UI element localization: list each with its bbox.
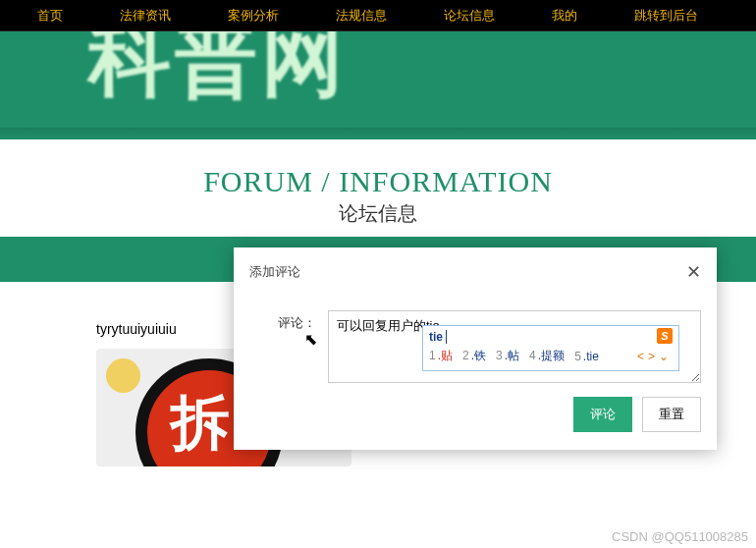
modal-title: 添加评论 [249,263,300,281]
top-nav: 首页 法律资讯 案例分析 法规信息 论坛信息 我的 跳转到后台 [0,0,756,31]
watermark: CSDN @QQ511008285 [612,529,748,544]
ime-nav-icons[interactable]: <>⌄ [637,350,673,363]
section-title-en: FORUM / INFORMATION [0,165,756,198]
ime-panel: S tie 1.贴 2.铁 3.帖 4.提额 5.tie <>⌄ [422,325,679,371]
nav-regulation[interactable]: 法规信息 [316,1,406,30]
ime-candidates[interactable]: 1.贴 2.铁 3.帖 4.提额 5.tie <>⌄ [423,346,678,370]
submit-button[interactable]: 评论 [573,397,632,432]
sogou-logo-icon: S [657,328,673,344]
nav-admin[interactable]: 跳转到后台 [615,1,718,30]
cursor-icon: ⬉ [304,330,317,349]
reset-button[interactable]: 重置 [642,397,701,432]
section-title-cn: 论坛信息 [0,200,756,227]
ime-composing: tie [423,326,678,346]
nav-forum[interactable]: 论坛信息 [424,1,514,30]
nav-law-news[interactable]: 法律资讯 [100,1,190,30]
comment-label: 评论： ⬉ [249,310,328,383]
nav-mine[interactable]: 我的 [532,1,597,30]
section-header: FORUM / INFORMATION 论坛信息 [0,139,756,237]
nav-home[interactable]: 首页 [18,1,82,30]
nav-case[interactable]: 案例分析 [208,1,298,30]
banner-title: 科普网 [88,31,348,116]
close-icon[interactable]: ✕ [686,261,701,283]
hero-banner: 科普网 [0,31,756,139]
